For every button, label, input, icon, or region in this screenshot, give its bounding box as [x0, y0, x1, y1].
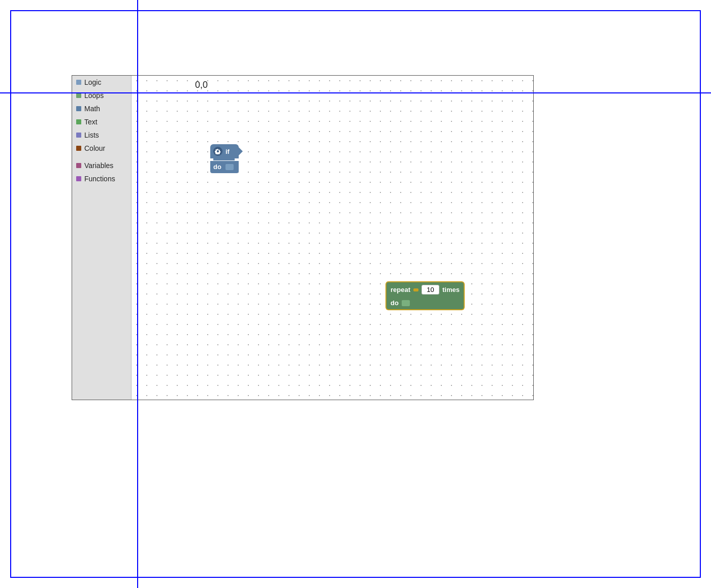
sidebar-item-functions-label: Functions: [84, 175, 115, 183]
repeat-notch-connector: [413, 288, 418, 291]
times-label: times: [442, 286, 460, 293]
sidebar-item-math-label: Math: [84, 105, 100, 113]
lists-color-dot: [76, 133, 81, 138]
repeat-do-notch: [402, 300, 410, 306]
sidebar-item-text[interactable]: Text: [72, 115, 131, 128]
workspace: Logic Loops Math Text Lists Colour Varia…: [72, 75, 534, 400]
functions-color-dot: [76, 176, 81, 181]
sidebar-item-functions[interactable]: Functions: [72, 172, 131, 185]
repeat-block-bottom[interactable]: do: [385, 297, 465, 310]
sidebar-item-lists[interactable]: Lists: [72, 128, 131, 142]
sidebar-item-lists-label: Lists: [84, 131, 99, 139]
crosshair-vertical: [137, 0, 138, 588]
do-label: do: [213, 163, 221, 171]
sidebar-item-colour-label: Colour: [84, 144, 105, 152]
math-color-dot: [76, 106, 81, 111]
if-block-bottom[interactable]: do: [210, 161, 239, 173]
logic-color-dot: [76, 80, 81, 85]
gear-icon[interactable]: [213, 147, 222, 156]
coordinate-label: 0,0: [195, 80, 208, 90]
repeat-block[interactable]: repeat times do: [385, 281, 465, 310]
colour-color-dot: [76, 146, 81, 151]
canvas-grid[interactable]: 0,0 if do: [132, 76, 533, 400]
repeat-do-label: do: [391, 299, 399, 307]
sidebar-item-variables-label: Variables: [84, 161, 113, 170]
sidebar-item-math[interactable]: Math: [72, 102, 131, 115]
repeat-value-input[interactable]: [422, 285, 439, 295]
sidebar-item-logic-label: Logic: [84, 78, 101, 86]
sidebar-item-text-label: Text: [84, 118, 98, 126]
if-block[interactable]: if do: [210, 144, 239, 173]
crosshair-horizontal: [0, 92, 711, 93]
repeat-label: repeat: [391, 286, 410, 293]
text-color-dot: [76, 119, 81, 124]
sidebar-item-logic[interactable]: Logic: [72, 76, 131, 89]
variables-color-dot: [76, 163, 81, 168]
if-block-top[interactable]: if: [210, 144, 239, 158]
if-label: if: [225, 148, 230, 155]
toolbox: Logic Loops Math Text Lists Colour Varia…: [72, 76, 132, 400]
if-do-notch: [225, 164, 234, 170]
sidebar-item-loops[interactable]: Loops: [72, 89, 131, 102]
loops-color-dot: [76, 93, 81, 98]
sidebar-item-colour[interactable]: Colour: [72, 142, 131, 155]
repeat-block-top[interactable]: repeat times: [385, 281, 465, 297]
sidebar-item-variables[interactable]: Variables: [72, 159, 131, 172]
